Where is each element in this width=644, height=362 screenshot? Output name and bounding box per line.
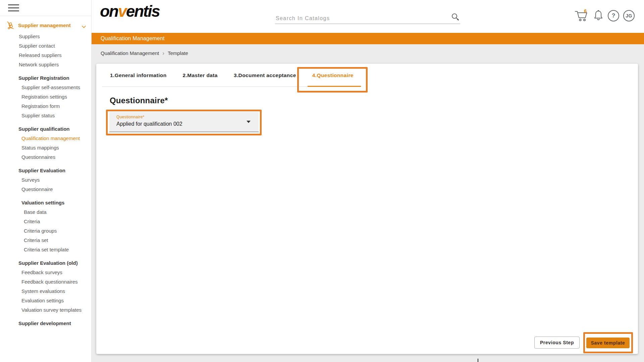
sidebar-item-evaluation-settings[interactable]: Evaluation settings	[0, 296, 91, 305]
sidebar-item-system-evaluations[interactable]: System evaluations	[0, 286, 91, 296]
tab-questionnaire-label: 4.Questionnaire	[312, 72, 354, 78]
questionnaire-select-label: Questionnaire*	[116, 115, 145, 119]
cart-badge: 6	[584, 8, 587, 14]
hand-truck-icon	[6, 21, 14, 31]
search-icon[interactable]	[451, 12, 460, 22]
sidebar-item-surveys[interactable]: Surveys	[0, 175, 91, 184]
sidebar-nav: Supplier management SuppliersSupplier co…	[0, 20, 91, 328]
search-input[interactable]	[275, 15, 444, 22]
sidebar-item-questionnaires[interactable]: Questionnaires	[0, 152, 91, 162]
sidebar-group-supplier-management[interactable]: Supplier management	[0, 20, 91, 30]
question-mark-icon: ?	[612, 12, 615, 19]
sidebar-header	[0, 0, 91, 16]
sidebar-item-released-suppliers[interactable]: Released suppliers	[0, 50, 91, 60]
sidebar-item-supplier-qualification[interactable]: Supplier qualification	[0, 124, 91, 133]
avatar[interactable]: JG	[623, 10, 635, 21]
sidebar-item-valuation-survey-templates[interactable]: Valuation survey templates	[0, 305, 91, 314]
sidebar-item-supplier-development[interactable]: Supplier development	[0, 318, 91, 328]
logo-text-tail: entis	[126, 2, 160, 20]
onventis-logo: onventis	[100, 2, 159, 20]
chevron-down-icon	[82, 23, 86, 29]
header-actions: 6 ? JG	[574, 9, 635, 23]
questionnaire-select-value: Applied for qualification 002	[116, 121, 182, 127]
help-button[interactable]: ?	[608, 10, 619, 21]
sidebar-item-feedback-questionnaires[interactable]: Feedback questionnaires	[0, 277, 91, 286]
cart-button[interactable]: 6	[574, 9, 589, 23]
sidebar-item-supplier-contact[interactable]: Supplier contact	[0, 41, 91, 50]
breadcrumb-qualification-management[interactable]: Qualification Management	[101, 50, 159, 56]
sidebar-item-supplier-status[interactable]: Supplier status	[0, 111, 91, 120]
avatar-initials: JG	[626, 13, 632, 18]
breadcrumb-template: Template	[168, 50, 188, 56]
page-banner-title: Qualification Management	[101, 36, 165, 42]
sidebar-item-supplier-evaluation[interactable]: Supplier Evaluation	[0, 166, 91, 175]
logo-text: on	[100, 2, 118, 20]
sidebar-item-questionnaire[interactable]: Questionnaire	[0, 184, 91, 194]
tab-master-data[interactable]: 2.Master data	[175, 64, 226, 87]
catalog-search	[275, 8, 460, 24]
page-banner: Qualification Management	[92, 33, 644, 44]
sidebar-item-registration-form[interactable]: Registration form	[0, 101, 91, 111]
previous-step-button[interactable]: Previous Step	[534, 337, 580, 349]
sidebar-item-criteria[interactable]: Criteria	[0, 217, 91, 226]
sidebar-item-qualification-management[interactable]: Qualification management	[0, 133, 91, 143]
notifications-button[interactable]	[593, 9, 604, 22]
sidebar-item-suppliers[interactable]: Suppliers	[0, 32, 91, 41]
sidebar-item-base-data[interactable]: Base data	[0, 207, 91, 217]
breadcrumb-chevron-icon: ›	[162, 50, 164, 56]
sidebar-item-valuation-settings[interactable]: Valuation settings	[0, 198, 91, 207]
save-template-button[interactable]: Save template	[586, 338, 630, 348]
sidebar-item-criteria-set[interactable]: Criteria set	[0, 235, 91, 245]
top-bar: onventis 6	[92, 0, 644, 33]
sidebar-item-supplier-evaluation-old[interactable]: Supplier Evaluation (old)	[0, 258, 91, 267]
breadcrumb: Qualification Management › Template	[101, 50, 188, 56]
annotation-box-questionnaire-tab	[297, 67, 368, 93]
sidebar: Supplier management SuppliersSupplier co…	[0, 0, 92, 362]
tab-questionnaire[interactable]: 4.Questionnaire	[304, 64, 362, 87]
sidebar-item-registration-settings[interactable]: Registration settings	[0, 92, 91, 101]
app-root: Supplier management SuppliersSupplier co…	[0, 0, 644, 362]
dropdown-caret-icon	[247, 121, 251, 123]
content-card: 1.General information 2.Master data 3.Do…	[96, 64, 638, 354]
sidebar-item-criteria-groups[interactable]: Criteria groups	[0, 226, 91, 235]
tab-document-acceptance[interactable]: 3.Document acceptance	[226, 64, 304, 87]
page-title: Questionnaire*	[110, 96, 168, 105]
tab-bar: 1.General information 2.Master data 3.Do…	[102, 64, 362, 87]
sidebar-item-supplier-registration[interactable]: Supplier Registration	[0, 73, 91, 82]
cursor-artifact	[478, 359, 478, 362]
menu-icon[interactable]	[8, 4, 19, 11]
tab-general-information[interactable]: 1.General information	[102, 64, 175, 87]
sidebar-item-status-mappings[interactable]: Status mappings	[0, 143, 91, 152]
logo-checkmark-v: v	[118, 2, 126, 20]
sidebar-item-network-suppliers[interactable]: Network suppliers	[0, 60, 91, 69]
sidebar-item-supplier-self-assessments[interactable]: Supplier self-assessments	[0, 82, 91, 92]
sidebar-item-feedback-surveys[interactable]: Feedback surveys	[0, 267, 91, 277]
sidebar-item-criteria-set-template[interactable]: Criteria set template	[0, 245, 91, 254]
questionnaire-select[interactable]: Questionnaire* Applied for qualification…	[109, 112, 259, 132]
